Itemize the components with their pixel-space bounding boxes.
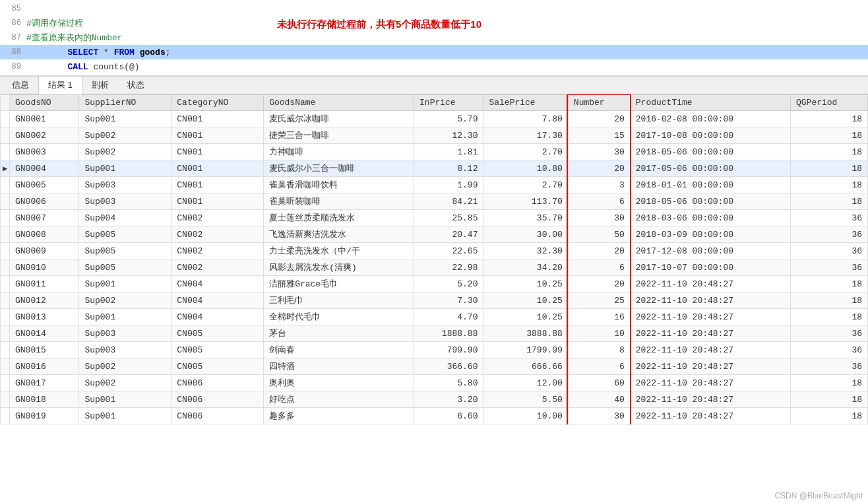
row-marker-cell bbox=[1, 358, 10, 375]
table-cell: 2017-12-08 00:00:00 bbox=[630, 243, 790, 259]
table-row[interactable]: GN0017Sup002CN006奥利奥5.8012.00602022-11-1… bbox=[1, 375, 868, 391]
table-cell: 5.79 bbox=[414, 111, 483, 127]
table-cell: Sup001 bbox=[79, 111, 171, 127]
table-row[interactable]: GN0014Sup003CN005茅台1888.883888.88102022-… bbox=[1, 325, 868, 342]
table-row[interactable]: GN0012Sup002CN004三利毛巾7.3010.25252022-11-… bbox=[1, 292, 868, 309]
table-cell: 10.25 bbox=[483, 292, 568, 309]
table-row[interactable]: GN0019Sup001CN006趣多多6.6010.00302022-11-1… bbox=[1, 408, 868, 424]
table-cell: 1.99 bbox=[414, 177, 483, 193]
row-marker-cell bbox=[1, 292, 10, 309]
table-body: GN0001Sup001CN001麦氏威尔冰咖啡5.797.80202016-0… bbox=[1, 111, 868, 424]
table-cell: 2022-11-10 20:48:27 bbox=[630, 408, 790, 424]
th-inprice: InPrice bbox=[414, 95, 483, 111]
table-cell: CN005 bbox=[171, 342, 264, 358]
table-cell: 10.80 bbox=[483, 160, 568, 177]
table-cell: 2022-11-10 20:48:27 bbox=[630, 342, 790, 358]
row-marker-cell bbox=[1, 144, 10, 160]
table-cell: GN0015 bbox=[10, 342, 79, 358]
table-cell: CN004 bbox=[171, 276, 264, 292]
table-row[interactable]: GN0016Sup002CN005四特酒366.60666.6662022-11… bbox=[1, 358, 868, 375]
table-row[interactable]: GN0013Sup001CN004全棉时代毛巾4.7010.25162022-1… bbox=[1, 309, 868, 325]
table-cell: GN0001 bbox=[10, 111, 79, 127]
table-cell: 2018-03-09 00:00:00 bbox=[630, 226, 790, 243]
table-row[interactable]: GN0018Sup001CN006好吃点3.205.50402022-11-10… bbox=[1, 391, 868, 408]
table-cell: 2022-11-10 20:48:27 bbox=[630, 358, 790, 375]
table-row[interactable]: GN0006Sup003CN001雀巢听装咖啡84.21113.7062018-… bbox=[1, 193, 868, 210]
table-row[interactable]: GN0002Sup002CN001捷荣三合一咖啡12.3017.30152017… bbox=[1, 127, 868, 144]
table-cell: 666.66 bbox=[483, 358, 568, 375]
table-cell: 10 bbox=[568, 325, 630, 342]
table-row[interactable]: GN0011Sup001CN004洁丽雅Grace毛巾5.2010.252020… bbox=[1, 276, 868, 292]
table-cell: GN0013 bbox=[10, 309, 79, 325]
table-row[interactable]: GN0009Sup005CN002力士柔亮洗发水（中/干22.6532.3020… bbox=[1, 243, 868, 259]
table-cell: 三利毛巾 bbox=[264, 292, 414, 309]
table-cell: 40 bbox=[568, 391, 630, 408]
table-cell: Sup001 bbox=[79, 309, 171, 325]
table-cell: 30.00 bbox=[483, 226, 568, 243]
table-row[interactable]: GN0015Sup003CN005剑南春799.901799.9982022-1… bbox=[1, 342, 868, 358]
table-cell: Sup002 bbox=[79, 358, 171, 375]
table-row[interactable]: GN0010Sup005CN002风影去屑洗发水(清爽)22.9834.2062… bbox=[1, 259, 868, 276]
table-cell: 力神咖啡 bbox=[264, 144, 414, 160]
table-cell: 20 bbox=[568, 111, 630, 127]
table-cell: CN005 bbox=[171, 325, 264, 342]
table-cell: 18 bbox=[791, 193, 868, 210]
tab-result1[interactable]: 结果 1 bbox=[38, 76, 82, 95]
table-cell: Sup005 bbox=[79, 243, 171, 259]
table-cell: 6 bbox=[568, 259, 630, 276]
row-marker-cell bbox=[1, 111, 10, 127]
table-cell: 洁丽雅Grace毛巾 bbox=[264, 276, 414, 292]
table-cell: 15 bbox=[568, 127, 630, 144]
table-cell: 7.80 bbox=[483, 111, 568, 127]
line-number: 89 bbox=[0, 62, 26, 71]
table-cell: 20.47 bbox=[414, 226, 483, 243]
table-cell: 5.50 bbox=[483, 391, 568, 408]
th-saleprice: SalePrice bbox=[483, 95, 568, 111]
table-row[interactable]: GN0003Sup002CN001力神咖啡1.812.70302018-05-0… bbox=[1, 144, 868, 160]
table-cell: 366.60 bbox=[414, 358, 483, 375]
table-row[interactable]: ▶GN0004Sup001CN001麦氏威尔小三合一咖啡8.1210.80202… bbox=[1, 160, 868, 177]
table-cell: CN005 bbox=[171, 358, 264, 375]
table-cell: 18 bbox=[791, 177, 868, 193]
row-marker-cell bbox=[1, 309, 10, 325]
table-cell: CN006 bbox=[171, 408, 264, 424]
table-cell: 风影去屑洗发水(清爽) bbox=[264, 259, 414, 276]
table-cell: CN006 bbox=[171, 375, 264, 391]
keyword-call: CALL bbox=[67, 62, 88, 72]
tab-info[interactable]: 信息 bbox=[3, 77, 38, 94]
table-row[interactable]: GN0007Sup004CN002夏士莲丝质柔顺洗发水25.8535.70302… bbox=[1, 210, 868, 226]
table-cell: 6 bbox=[568, 193, 630, 210]
table-cell: 17.30 bbox=[483, 127, 568, 144]
table-cell: GN0019 bbox=[10, 408, 79, 424]
table-cell: 25.85 bbox=[414, 210, 483, 226]
row-marker-cell: ▶ bbox=[1, 160, 10, 177]
th-goodsno: GoodsNO bbox=[10, 95, 79, 111]
line-number: 87 bbox=[0, 33, 26, 42]
table-cell: GN0003 bbox=[10, 144, 79, 160]
table-cell: 夏士莲丝质柔顺洗发水 bbox=[264, 210, 414, 226]
table-cell: GN0012 bbox=[10, 292, 79, 309]
table-cell: 20 bbox=[568, 243, 630, 259]
row-marker-cell bbox=[1, 375, 10, 391]
table-cell: Sup001 bbox=[79, 276, 171, 292]
tab-status[interactable]: 状态 bbox=[118, 77, 154, 94]
table-cell: 35.70 bbox=[483, 210, 568, 226]
table-cell: 捷荣三合一咖啡 bbox=[264, 127, 414, 144]
table-cell: CN001 bbox=[171, 160, 264, 177]
row-marker-cell bbox=[1, 259, 10, 276]
table-cell: 36 bbox=[791, 210, 868, 226]
table-cell: 22.98 bbox=[414, 259, 483, 276]
table-cell: GN0011 bbox=[10, 276, 79, 292]
table-cell: CN001 bbox=[171, 111, 264, 127]
table-cell: 3.20 bbox=[414, 391, 483, 408]
table-cell: 84.21 bbox=[414, 193, 483, 210]
tab-profiling[interactable]: 剖析 bbox=[82, 77, 118, 94]
table-row[interactable]: GN0008Sup005CN002飞逸清新爽洁洗发水20.4730.005020… bbox=[1, 226, 868, 243]
table-row[interactable]: GN0005Sup003CN001雀巢香滑咖啡饮料1.992.7032018-0… bbox=[1, 177, 868, 193]
table-cell: 飞逸清新爽洁洗发水 bbox=[264, 226, 414, 243]
table-row[interactable]: GN0001Sup001CN001麦氏威尔冰咖啡5.797.80202016-0… bbox=[1, 111, 868, 127]
table-cell: CN004 bbox=[171, 309, 264, 325]
table-cell: 2017-10-08 00:00:00 bbox=[630, 127, 790, 144]
table-cell: GN0016 bbox=[10, 358, 79, 375]
table-cell: 5.80 bbox=[414, 375, 483, 391]
